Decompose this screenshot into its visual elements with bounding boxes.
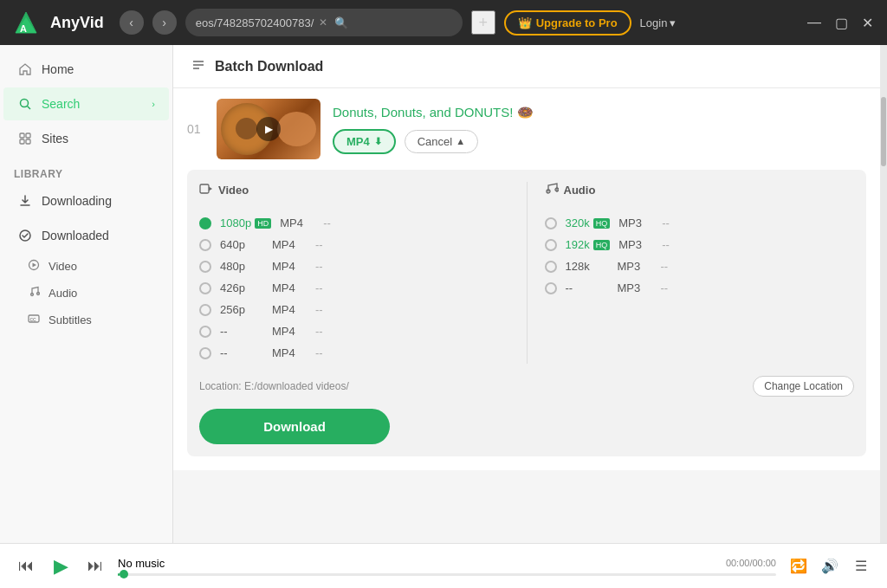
- quality-row[interactable]: 640p MP4 --: [199, 234, 509, 255]
- forward-button[interactable]: ›: [152, 10, 177, 35]
- res-426p: 426p: [220, 281, 263, 294]
- quality-radio[interactable]: [199, 217, 211, 229]
- search-label: Search: [42, 97, 80, 111]
- size-dash: --: [661, 281, 669, 294]
- item-number: 01: [187, 122, 204, 136]
- batch-title: Batch Download: [215, 59, 323, 74]
- arrow-icon: ›: [152, 99, 155, 109]
- quality-row[interactable]: 320kHQ MP3 --: [545, 212, 855, 234]
- quality-row[interactable]: 1080pHD MP4 --: [199, 212, 509, 234]
- quality-radio[interactable]: [545, 282, 557, 294]
- video-title: Donuts, Donuts, and DONUTS! 🍩: [333, 105, 866, 120]
- audio-sub-label: Audio: [49, 287, 77, 300]
- scrollbar-track[interactable]: [880, 45, 887, 543]
- svg-text:CC: CC: [30, 317, 37, 322]
- format-mp3: MP3: [618, 238, 653, 251]
- svg-marker-21: [209, 187, 212, 191]
- res-dash-audio: --: [566, 281, 609, 294]
- titlebar: A AnyVid ‹ › eos/748285702400783/ ✕ 🔍 + …: [0, 0, 887, 45]
- res-480p: 480p: [220, 260, 263, 273]
- video-col-header: Video: [199, 182, 509, 204]
- res-320k: 320kHQ: [566, 216, 611, 229]
- res-dash2: --: [220, 346, 263, 359]
- scrollbar-thumb[interactable]: [881, 97, 886, 166]
- back-button[interactable]: ‹: [120, 10, 144, 35]
- repeat-button[interactable]: 🔁: [787, 554, 811, 578]
- quality-row[interactable]: -- MP4 --: [199, 320, 509, 342]
- library-section-label: Library: [0, 161, 172, 184]
- video-info: Donuts, Donuts, and DONUTS! 🍩 MP4 ⬇ Canc…: [333, 105, 866, 154]
- sidebar-item-home[interactable]: Home: [3, 53, 169, 86]
- close-button[interactable]: ✕: [858, 15, 877, 31]
- sidebar-item-sites[interactable]: Sites: [3, 122, 169, 155]
- quality-radio[interactable]: [199, 239, 211, 251]
- quality-row[interactable]: 128k MP3 --: [545, 255, 855, 277]
- change-location-button[interactable]: Change Location: [753, 376, 854, 397]
- video-header: 01 ▶ D: [173, 88, 880, 170]
- music-note-icon: [28, 286, 40, 300]
- sidebar-item-downloaded[interactable]: Downloaded: [3, 219, 169, 252]
- playlist-button[interactable]: ☰: [849, 554, 873, 578]
- quality-row[interactable]: -- MP3 --: [545, 277, 855, 299]
- sidebar-item-downloading[interactable]: Downloading: [3, 184, 169, 217]
- quality-panel: Video 1080pHD MP4 --: [187, 170, 866, 456]
- video-icon: [199, 182, 213, 198]
- video-thumbnail: ▶: [217, 99, 320, 159]
- quality-row[interactable]: -- MP4 --: [199, 342, 509, 364]
- upgrade-button[interactable]: 👑 Upgrade to Pro: [504, 10, 631, 36]
- format-mp4-button[interactable]: MP4 ⬇: [333, 129, 396, 154]
- player-progress-bar[interactable]: [118, 573, 776, 576]
- add-tab-button[interactable]: +: [471, 10, 495, 35]
- res-192k: 192kHQ: [566, 238, 611, 251]
- quality-radio[interactable]: [199, 261, 211, 273]
- download-button[interactable]: Download: [199, 409, 390, 444]
- quality-radio[interactable]: [199, 347, 211, 359]
- home-icon: [17, 61, 33, 77]
- url-close-icon[interactable]: ✕: [319, 16, 327, 29]
- subtitles-sub-label: Subtitles: [49, 313, 92, 326]
- quality-radio[interactable]: [545, 217, 557, 229]
- quality-columns: Video 1080pHD MP4 --: [199, 182, 854, 364]
- quality-row[interactable]: 192kHQ MP3 --: [545, 234, 855, 255]
- volume-button[interactable]: 🔊: [818, 554, 842, 578]
- batch-icon: [191, 57, 206, 75]
- cancel-button[interactable]: Cancel ▲: [405, 130, 478, 153]
- download-small-icon: ⬇: [374, 136, 382, 147]
- quality-radio[interactable]: [199, 282, 211, 294]
- format-mp3: MP3: [618, 260, 652, 273]
- sidebar-item-search[interactable]: Search ›: [3, 87, 169, 120]
- download-arrow-icon: [17, 193, 33, 209]
- quality-row[interactable]: 426p MP4 --: [199, 277, 509, 299]
- play-icon: ▶: [256, 117, 281, 141]
- maximize-button[interactable]: ▢: [832, 15, 851, 31]
- minimize-button[interactable]: —: [804, 15, 825, 31]
- svg-text:A: A: [20, 23, 27, 34]
- svg-rect-8: [26, 139, 30, 144]
- size-dash: --: [315, 346, 323, 359]
- quality-row[interactable]: 480p MP4 --: [199, 255, 509, 277]
- content-area: Batch Download 01: [173, 45, 880, 543]
- sidebar-sub-video[interactable]: Video: [0, 253, 172, 280]
- login-button[interactable]: Login ▾: [640, 16, 677, 29]
- sidebar-sub-subtitles[interactable]: CC Subtitles: [0, 307, 172, 333]
- player-time: 00:00/00:00: [726, 558, 776, 568]
- quality-row[interactable]: 256p MP4 --: [199, 299, 509, 320]
- downloading-label: Downloading: [42, 194, 112, 208]
- format-mp4: MP4: [272, 325, 307, 338]
- play-button[interactable]: ▶: [49, 554, 73, 578]
- svg-line-4: [28, 107, 31, 110]
- quality-radio[interactable]: [545, 239, 557, 251]
- format-mp4: MP4: [272, 238, 307, 251]
- prev-button[interactable]: ⏮: [14, 554, 38, 578]
- quality-radio[interactable]: [545, 261, 557, 273]
- sidebar-sub-audio[interactable]: Audio: [0, 280, 172, 307]
- search-icon: [17, 96, 33, 112]
- download-section: Download: [199, 400, 854, 444]
- video-sub-label: Video: [49, 260, 77, 273]
- quality-radio[interactable]: [199, 304, 211, 316]
- quality-radio[interactable]: [199, 326, 211, 338]
- next-button[interactable]: ⏭: [83, 554, 107, 578]
- player-progress-dot: [120, 570, 128, 578]
- video-title-text: Donuts, Donuts, and DONUTS! 🍩: [333, 105, 534, 120]
- res-1080p: 1080pHD: [220, 216, 271, 229]
